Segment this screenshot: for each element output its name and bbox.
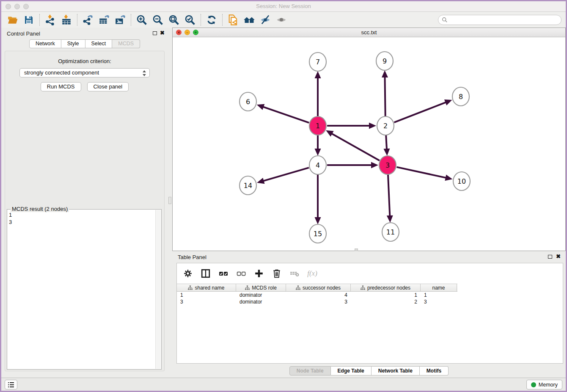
- shared-column-icon: [361, 285, 365, 290]
- panel-splitter[interactable]: [168, 28, 172, 378]
- control-panel: Control Panel ✖ NetworkStyleSelectMCDS O…: [1, 28, 168, 378]
- float-panel-icon[interactable]: [153, 31, 157, 35]
- tab-select[interactable]: Select: [85, 39, 113, 48]
- tab-network[interactable]: Network: [29, 39, 61, 48]
- table-cell[interactable]: 1: [177, 292, 236, 298]
- result-scrollbar[interactable]: [155, 210, 161, 369]
- graph-edge-2-8[interactable]: [394, 99, 452, 122]
- table-settings-icon[interactable]: [183, 268, 193, 279]
- graph-edge-3-10[interactable]: [396, 167, 452, 181]
- table-body: 1dominator4113dominator323: [177, 292, 563, 305]
- float-table-panel-icon[interactable]: [548, 255, 552, 259]
- graph-node-6[interactable]: 6: [239, 92, 256, 111]
- table-cell[interactable]: 3: [177, 298, 236, 305]
- splitter-grip[interactable]: [168, 197, 171, 204]
- graph-node-3[interactable]: 3: [379, 156, 396, 174]
- zoom-in-icon[interactable]: [134, 13, 150, 27]
- tab-network-table[interactable]: Network Table: [372, 366, 420, 375]
- table-cell[interactable]: 3: [421, 298, 457, 305]
- graph-node-11[interactable]: 11: [382, 223, 399, 241]
- add-row-icon[interactable]: [254, 268, 264, 279]
- export-network-icon[interactable]: [80, 13, 96, 27]
- table-cell[interactable]: 3: [286, 298, 351, 305]
- memory-button[interactable]: Memory: [526, 380, 562, 389]
- graph-edge-2-3[interactable]: [383, 135, 390, 156]
- select-all-icon[interactable]: [218, 268, 228, 279]
- criterion-select[interactable]: strongly connected component: [19, 68, 150, 77]
- toolbar-separator: [201, 14, 201, 26]
- graph-edge-4-14[interactable]: [257, 168, 309, 184]
- table-cell[interactable]: 1: [421, 292, 457, 298]
- table-row[interactable]: 1dominator411: [177, 292, 563, 298]
- table-panel: Table Panel ✖: [172, 251, 566, 378]
- zoom-selected-icon[interactable]: [182, 13, 198, 27]
- graph-node-1[interactable]: 1: [309, 116, 326, 135]
- table-cell[interactable]: 4: [286, 292, 351, 298]
- graph-node-4[interactable]: 4: [309, 156, 326, 174]
- hide-selected-icon[interactable]: [257, 13, 273, 27]
- tab-motifs[interactable]: Motifs: [420, 366, 449, 375]
- show-columns-icon[interactable]: [201, 268, 211, 279]
- statusbar: Memory: [1, 378, 566, 391]
- graph-node-8[interactable]: 8: [452, 87, 469, 106]
- column-header-name[interactable]: name: [421, 284, 457, 291]
- tab-edge-table[interactable]: Edge Table: [331, 366, 372, 375]
- graph-node-10[interactable]: 10: [453, 172, 470, 190]
- task-history-button[interactable]: [5, 380, 17, 389]
- graph-node-9[interactable]: 9: [376, 52, 393, 70]
- first-neighbors-icon[interactable]: [225, 13, 241, 27]
- delete-table-icon[interactable]: [289, 268, 300, 279]
- mcds-panel: Optimization criterion: strongly connect…: [5, 51, 165, 371]
- tab-node-table[interactable]: Node Table: [289, 366, 331, 375]
- tab-style[interactable]: Style: [61, 39, 85, 48]
- graph-edge-1-2[interactable]: [327, 123, 376, 129]
- export-image-icon[interactable]: [112, 13, 128, 27]
- graph-edge-1-6[interactable]: [257, 104, 309, 123]
- criterion-value: strongly connected component: [24, 69, 99, 76]
- save-session-icon[interactable]: [21, 13, 37, 27]
- show-all-icon[interactable]: [273, 13, 289, 27]
- zoom-fit-icon[interactable]: [166, 13, 182, 27]
- table-row[interactable]: 3dominator323: [177, 298, 563, 305]
- network-canvas[interactable]: 7968124314101511: [173, 37, 565, 251]
- open-session-icon[interactable]: [5, 13, 21, 27]
- graph-edge-4-3[interactable]: [327, 162, 378, 168]
- table-cell[interactable]: 2: [351, 298, 421, 305]
- column-header-shared-name[interactable]: shared name: [177, 284, 236, 291]
- search-icon: [442, 17, 448, 23]
- delete-row-icon[interactable]: [272, 268, 282, 279]
- column-header-MCDS-role[interactable]: MCDS role: [236, 284, 286, 291]
- show-all-networks-icon[interactable]: [241, 13, 257, 27]
- graph-node-15[interactable]: 15: [309, 224, 326, 243]
- search-input[interactable]: [450, 17, 558, 23]
- close-panel-icon[interactable]: ✖: [160, 30, 165, 36]
- import-network-icon[interactable]: [42, 13, 58, 27]
- graph-edge-1-4[interactable]: [315, 135, 321, 156]
- close-panel-button[interactable]: Close panel: [87, 82, 129, 91]
- column-header-predecessor-nodes[interactable]: predecessor nodes: [351, 284, 421, 291]
- run-mcds-button[interactable]: Run MCDS: [41, 82, 81, 91]
- graph-edge-1-7[interactable]: [315, 71, 321, 116]
- table-cell[interactable]: 1: [351, 292, 421, 298]
- table-cell[interactable]: dominator: [236, 298, 286, 305]
- column-header-successor-nodes[interactable]: successor nodes: [286, 284, 351, 291]
- zoom-out-icon[interactable]: [150, 13, 166, 27]
- export-table-icon[interactable]: [96, 13, 112, 27]
- graph-node-14[interactable]: 14: [239, 176, 256, 195]
- deselect-all-icon[interactable]: [236, 268, 246, 279]
- graph-edge-3-1[interactable]: [326, 130, 380, 160]
- svg-text:4: 4: [316, 161, 320, 169]
- tab-mcds[interactable]: MCDS: [112, 39, 140, 48]
- graph-edge-4-15[interactable]: [315, 174, 321, 224]
- graph-node-7[interactable]: 7: [309, 52, 326, 71]
- close-table-panel-icon[interactable]: ✖: [556, 253, 561, 259]
- graph-edge-2-9[interactable]: [382, 70, 388, 116]
- import-table-icon[interactable]: [58, 13, 74, 27]
- search-box[interactable]: [438, 15, 561, 25]
- shared-column-icon: [245, 285, 250, 290]
- graph-node-2[interactable]: 2: [377, 116, 394, 135]
- refresh-view-icon[interactable]: [204, 13, 220, 27]
- graph-edge-3-11[interactable]: [387, 174, 393, 223]
- table-cell[interactable]: dominator: [236, 292, 286, 298]
- function-builder-icon[interactable]: f(x): [307, 268, 317, 279]
